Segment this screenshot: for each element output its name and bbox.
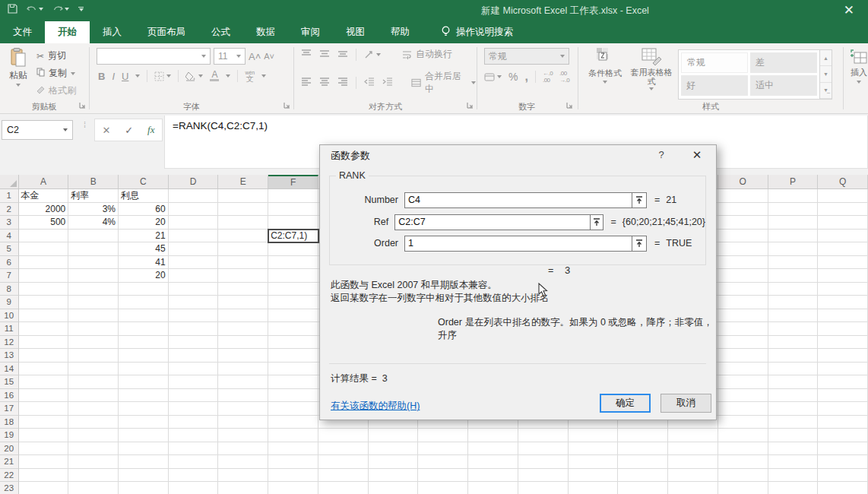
cell-Q3[interactable] bbox=[818, 216, 868, 230]
cell-B7[interactable] bbox=[68, 269, 119, 283]
cell-D15[interactable] bbox=[169, 375, 219, 389]
cell-A6[interactable] bbox=[19, 256, 69, 270]
cell-L23[interactable] bbox=[569, 482, 619, 494]
cell-P5[interactable] bbox=[768, 242, 819, 256]
cell-O3[interactable] bbox=[718, 216, 768, 230]
cell-Q17[interactable] bbox=[818, 402, 868, 416]
cell-D10[interactable] bbox=[169, 309, 219, 323]
cancel-button[interactable]: 取消 bbox=[661, 394, 711, 413]
cell-M23[interactable] bbox=[618, 482, 668, 494]
cell-C21[interactable] bbox=[119, 455, 169, 469]
cell-C5[interactable]: 45 bbox=[119, 242, 169, 256]
param-input-Ref[interactable] bbox=[395, 215, 590, 230]
cell-P23[interactable] bbox=[768, 482, 819, 494]
cell-B15[interactable] bbox=[68, 375, 119, 389]
row-header-12[interactable]: 12 bbox=[0, 336, 19, 350]
cell-I23[interactable] bbox=[418, 482, 468, 494]
number-format-combo[interactable]: 常规 bbox=[484, 48, 569, 65]
col-header-O[interactable]: O bbox=[718, 175, 768, 189]
name-box[interactable]: C2 bbox=[2, 120, 73, 140]
cell-F12[interactable] bbox=[268, 336, 318, 350]
cell-F1[interactable] bbox=[268, 189, 318, 203]
cell-O14[interactable] bbox=[718, 363, 768, 376]
col-header-C[interactable]: C bbox=[119, 175, 169, 189]
cell-G20[interactable] bbox=[318, 442, 369, 456]
percent-style-button[interactable]: % bbox=[508, 71, 518, 83]
cell-O6[interactable] bbox=[718, 256, 768, 270]
cell-O12[interactable] bbox=[718, 336, 768, 350]
cell-P16[interactable] bbox=[768, 389, 819, 403]
number-dialog-launcher-icon[interactable] bbox=[566, 100, 573, 111]
cell-H22[interactable] bbox=[369, 469, 419, 483]
cell-A1[interactable]: 本金 bbox=[19, 189, 69, 203]
cell-A17[interactable] bbox=[19, 402, 69, 416]
row-header-8[interactable]: 8 bbox=[0, 283, 19, 296]
cell-F16[interactable] bbox=[268, 389, 318, 403]
fill-color-button[interactable] bbox=[185, 71, 203, 81]
row-header-5[interactable]: 5 bbox=[0, 242, 19, 256]
cell-D7[interactable] bbox=[169, 269, 219, 283]
cell-E18[interactable] bbox=[218, 416, 268, 429]
cell-O19[interactable] bbox=[718, 429, 768, 442]
phonetic-guide-button[interactable]: wén文 bbox=[245, 70, 255, 82]
align-center-icon[interactable] bbox=[319, 78, 330, 88]
cell-E20[interactable] bbox=[218, 442, 268, 456]
tab-公式[interactable]: 公式 bbox=[198, 21, 243, 43]
tab-页面布局[interactable]: 页面布局 bbox=[135, 21, 198, 43]
cell-D22[interactable] bbox=[169, 469, 219, 483]
cell-O4[interactable] bbox=[718, 230, 768, 243]
cell-L20[interactable] bbox=[569, 442, 619, 456]
font-name-combo[interactable] bbox=[97, 48, 211, 65]
cell-E16[interactable] bbox=[218, 389, 268, 403]
row-header-6[interactable]: 6 bbox=[0, 256, 19, 270]
cell-P8[interactable] bbox=[768, 283, 819, 296]
cell-J21[interactable] bbox=[468, 455, 518, 469]
cell-B10[interactable] bbox=[68, 309, 119, 323]
cell-C15[interactable] bbox=[119, 375, 169, 389]
cell-E21[interactable] bbox=[218, 455, 268, 469]
cell-C19[interactable] bbox=[119, 429, 169, 442]
cell-A12[interactable] bbox=[19, 336, 69, 350]
cell-P2[interactable] bbox=[768, 203, 819, 217]
cell-Q14[interactable] bbox=[818, 363, 868, 376]
cell-A19[interactable] bbox=[19, 429, 69, 442]
cell-O22[interactable] bbox=[718, 469, 768, 483]
cell-H21[interactable] bbox=[369, 455, 419, 469]
cell-F4[interactable]: C2:C7,1) bbox=[268, 230, 318, 243]
cancel-entry-icon[interactable]: ✕ bbox=[102, 125, 110, 136]
cell-K22[interactable] bbox=[518, 469, 569, 483]
font-size-combo[interactable]: 11 bbox=[214, 48, 246, 65]
cell-D12[interactable] bbox=[169, 336, 219, 350]
cell-A20[interactable] bbox=[19, 442, 69, 456]
cell-D11[interactable] bbox=[169, 322, 219, 336]
row-header-2[interactable]: 2 bbox=[0, 203, 19, 217]
cell-D2[interactable] bbox=[169, 203, 219, 217]
row-header-19[interactable]: 19 bbox=[0, 429, 19, 442]
cell-D23[interactable] bbox=[169, 482, 219, 494]
cell-Q13[interactable] bbox=[818, 349, 868, 363]
cell-Q19[interactable] bbox=[818, 429, 868, 442]
confirm-entry-icon[interactable]: ✓ bbox=[125, 125, 133, 136]
cell-F23[interactable] bbox=[268, 482, 318, 494]
cell-A14[interactable] bbox=[19, 363, 69, 376]
format-as-table-button[interactable]: 套用表格格式 bbox=[628, 46, 675, 90]
cell-P20[interactable] bbox=[768, 442, 819, 456]
cell-O1[interactable] bbox=[718, 189, 768, 203]
param-input-Number[interactable] bbox=[405, 193, 632, 207]
cell-Q5[interactable] bbox=[818, 242, 868, 256]
cell-H19[interactable] bbox=[369, 429, 419, 442]
cell-G19[interactable] bbox=[318, 429, 369, 442]
borders-button[interactable] bbox=[154, 71, 171, 81]
cell-C1[interactable]: 利息 bbox=[119, 189, 169, 203]
cell-Q2[interactable] bbox=[818, 203, 868, 217]
cell-J20[interactable] bbox=[468, 442, 518, 456]
cell-L21[interactable] bbox=[569, 455, 619, 469]
cell-B23[interactable] bbox=[68, 482, 119, 494]
cell-O18[interactable] bbox=[718, 416, 768, 429]
cell-A9[interactable] bbox=[19, 296, 69, 309]
cell-H23[interactable] bbox=[369, 482, 419, 494]
cell-A11[interactable] bbox=[19, 322, 69, 336]
cell-E11[interactable] bbox=[218, 322, 268, 336]
cell-Q22[interactable] bbox=[818, 469, 868, 483]
cell-O11[interactable] bbox=[718, 322, 768, 336]
